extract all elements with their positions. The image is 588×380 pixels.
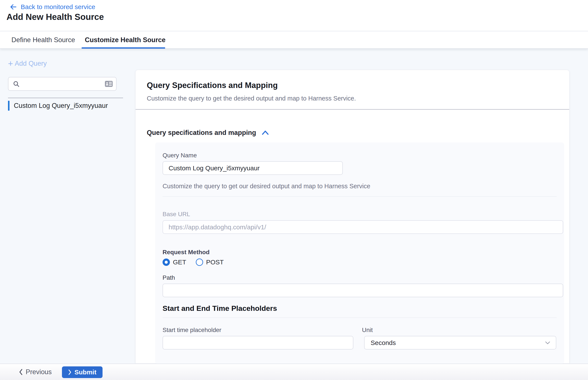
tab-define-health-source[interactable]: Define Health Source: [11, 31, 75, 48]
base-url-input[interactable]: [163, 220, 563, 234]
radio-get[interactable]: [163, 259, 170, 266]
tab-customize-health-source[interactable]: Customize Health Source: [85, 31, 166, 48]
previous-button[interactable]: Previous: [18, 364, 52, 380]
query-search-input[interactable]: [23, 80, 104, 88]
request-method-radio-group: GET POST: [163, 258, 224, 266]
query-spec-card: Query Name Customize the query to get ou…: [155, 142, 564, 364]
card-view-toggle-icon[interactable]: [104, 80, 113, 88]
query-spec-collapse-header[interactable]: Query specifications and mapping: [147, 129, 269, 137]
chevron-up-icon[interactable]: [262, 130, 269, 135]
tab-bar: Define Health Source Customize Health So…: [0, 31, 588, 49]
page-header: Back to monitored service Add New Health…: [0, 0, 588, 31]
unit-selected-value: Seconds: [371, 339, 545, 346]
query-item-label: Custom Log Query_i5xmyyuaur: [14, 102, 108, 110]
path-label: Path: [163, 274, 175, 281]
selected-query-indicator-bar: [8, 101, 10, 111]
start-time-label: Start time placeholder: [163, 327, 221, 334]
start-time-input[interactable]: [163, 336, 353, 349]
query-name-input[interactable]: [163, 161, 343, 175]
previous-label: Previous: [26, 368, 52, 376]
sidebar-divider: [8, 98, 123, 98]
panel-title: Query Specifications and Mapping: [147, 81, 278, 90]
base-url-label: Base URL: [163, 211, 190, 218]
query-mapping-panel: Query Specifications and Mapping Customi…: [135, 70, 570, 363]
unit-select[interactable]: Seconds: [364, 336, 556, 349]
chevron-right-icon: [68, 369, 72, 375]
time-placeholders-heading: Start and End Time Placeholders: [163, 304, 277, 313]
query-name-label: Query Name: [163, 152, 197, 159]
chevron-down-icon: [545, 341, 551, 345]
path-input[interactable]: [163, 284, 563, 297]
request-method-label: Request Method: [163, 249, 210, 256]
page-title: Add New Health Source: [6, 12, 104, 22]
radio-post[interactable]: [196, 259, 203, 266]
collapse-header-label: Query specifications and mapping: [147, 129, 256, 137]
panel-subtitle: Customize the query to get the desired o…: [147, 95, 356, 102]
radio-post-label[interactable]: POST: [206, 259, 224, 266]
plus-icon: +: [8, 60, 13, 67]
query-name-helper-text: Customize the query to get our desired o…: [163, 183, 370, 190]
panel-header-divider: [136, 109, 569, 110]
unit-label: Unit: [362, 327, 373, 334]
query-search-box: [8, 77, 117, 91]
back-to-monitored-service-link[interactable]: Back to monitored service: [10, 3, 95, 11]
add-query-label: Add Query: [15, 60, 47, 67]
search-icon: [13, 80, 20, 87]
back-link-label: Back to monitored service: [21, 3, 95, 11]
add-query-button[interactable]: + Add Query: [8, 60, 47, 67]
footer-bar: Previous Submit: [0, 363, 588, 380]
arrow-left-icon: [10, 3, 17, 11]
submit-button[interactable]: Submit: [62, 366, 103, 378]
radio-get-label[interactable]: GET: [173, 259, 186, 266]
active-tab-underline: [82, 47, 165, 49]
time-placeholders-divider: [163, 318, 557, 318]
form-divider: [163, 196, 557, 197]
submit-label: Submit: [74, 369, 97, 376]
chevron-left-icon: [18, 369, 23, 376]
query-list-item-selected[interactable]: Custom Log Query_i5xmyyuaur: [8, 100, 123, 111]
